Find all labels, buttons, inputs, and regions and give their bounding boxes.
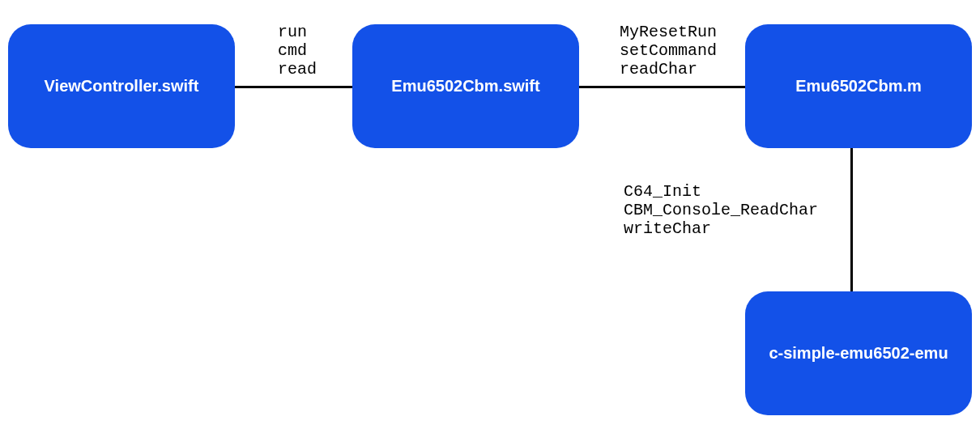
- node-viewcontroller: ViewController.swift: [8, 24, 235, 148]
- node-emu6502cbm-m: Emu6502Cbm.m: [745, 24, 972, 148]
- node-emu6502cbm-swift-label: Emu6502Cbm.swift: [391, 77, 539, 96]
- node-c-simple-emu: c-simple-emu6502-emu: [745, 291, 972, 415]
- edge-label-run-cmd-read: run cmd read: [278, 23, 317, 79]
- connector-line-vertical: [850, 146, 853, 291]
- edge-label-myresetrun: MyResetRun setCommand readChar: [620, 23, 717, 79]
- node-emu6502cbm-m-label: Emu6502Cbm.m: [795, 77, 922, 96]
- node-c-simple-emu-label: c-simple-emu6502-emu: [769, 344, 948, 363]
- edge-label-c64init: C64_Init CBM_Console_ReadChar writeChar: [624, 182, 818, 238]
- node-emu6502cbm-swift: Emu6502Cbm.swift: [352, 24, 579, 148]
- node-viewcontroller-label: ViewController.swift: [45, 77, 199, 96]
